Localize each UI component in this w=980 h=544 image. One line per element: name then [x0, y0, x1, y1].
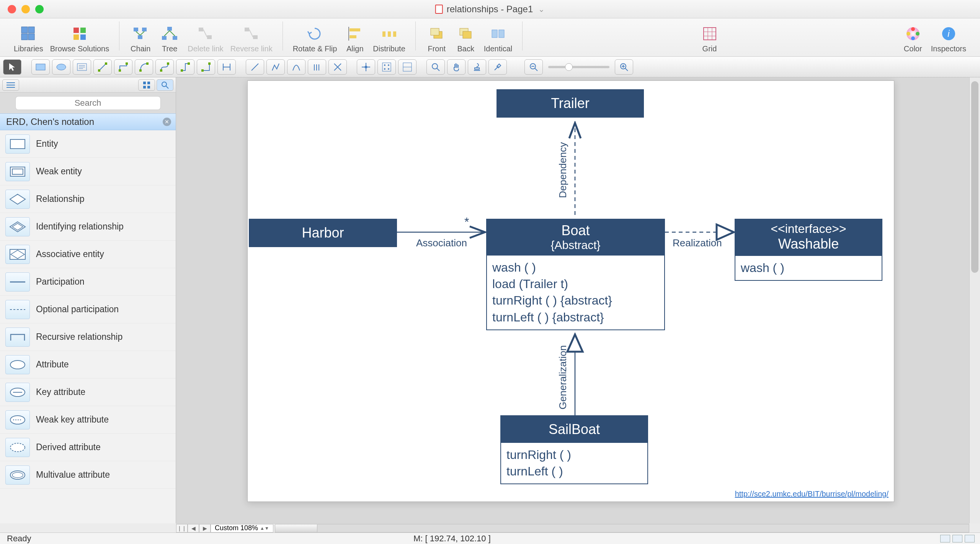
- library-item[interactable]: Optional participation: [0, 296, 176, 323]
- distribute-button[interactable]: Distribute: [373, 25, 405, 53]
- library-item[interactable]: Entity: [0, 130, 176, 158]
- svg-rect-50: [119, 69, 121, 72]
- page[interactable]: Trailer Harbor Boat {Abstract} wash ( )l…: [247, 80, 894, 502]
- tree-button[interactable]: Tree: [158, 25, 181, 53]
- rect-tool[interactable]: [31, 59, 50, 75]
- library-category-label: ERD, Chen's notation: [6, 116, 94, 127]
- connector-5-tool[interactable]: [176, 59, 194, 75]
- library-item[interactable]: Relationship: [0, 185, 176, 213]
- ellipse-tool[interactable]: [52, 59, 70, 75]
- delete-link-button[interactable]: Delete link: [188, 25, 223, 53]
- libraries-button[interactable]: Libraries: [14, 25, 43, 53]
- rotate-flip-button[interactable]: Rotate & Flip: [293, 25, 337, 53]
- zoom-slider[interactable]: [548, 66, 609, 68]
- reverse-link-button[interactable]: Reverse link: [230, 25, 273, 53]
- class-harbor[interactable]: Harbor: [249, 219, 397, 247]
- list-view-button[interactable]: [2, 79, 19, 91]
- back-button[interactable]: Back: [455, 25, 477, 53]
- library-item[interactable]: Weak entity: [0, 158, 176, 185]
- zoom-slider-thumb[interactable]: [565, 63, 573, 71]
- connector-1-tool[interactable]: [93, 59, 112, 75]
- edit-tool-2[interactable]: [377, 59, 396, 75]
- canvas-area[interactable]: Trailer Harbor Boat {Abstract} wash ( )l…: [176, 77, 969, 523]
- zoom-out-button[interactable]: [524, 59, 543, 75]
- library-panel: ERD, Chen's notation ✕ EntityWeak entity…: [0, 77, 176, 523]
- line-tool-3[interactable]: [287, 59, 305, 75]
- library-item-label: Derived attribute: [36, 442, 101, 452]
- window-title-text: relationships - Page1: [447, 4, 533, 15]
- library-item[interactable]: Attribute: [0, 351, 176, 379]
- class-sailboat[interactable]: SailBoat turnRight ( )turnLeft ( ): [500, 415, 648, 484]
- zoom-in-button[interactable]: [615, 59, 633, 75]
- text-tool[interactable]: [73, 59, 91, 75]
- inspectors-button[interactable]: i Inspectors: [931, 25, 966, 53]
- library-item-thumb: [5, 245, 30, 264]
- library-item[interactable]: Recursive relationship: [0, 323, 176, 351]
- zoom-tool[interactable]: [426, 59, 445, 75]
- browse-solutions-button[interactable]: Browse Solutions: [50, 25, 109, 53]
- close-window-button[interactable]: [8, 5, 16, 13]
- stamp-tool[interactable]: [468, 59, 486, 75]
- prev-page-button[interactable]: ◀: [188, 524, 199, 533]
- library-category-header[interactable]: ERD, Chen's notation ✕: [0, 113, 176, 130]
- library-item[interactable]: Weak key attribute: [0, 406, 176, 434]
- line-tool-4[interactable]: [308, 59, 326, 75]
- window-title[interactable]: relationships - Page1 ⌄: [435, 4, 545, 15]
- eyedropper-tool[interactable]: [488, 59, 507, 75]
- library-item[interactable]: Multivalue attribute: [0, 461, 176, 489]
- connector-4-tool[interactable]: [155, 59, 174, 75]
- class-boat[interactable]: Boat {Abstract} wash ( )load (Trailer t)…: [486, 219, 665, 330]
- vertical-scrollbar[interactable]: [969, 77, 980, 523]
- connector-2-tool[interactable]: [114, 59, 132, 75]
- pages-button[interactable]: ❘❘: [176, 524, 188, 533]
- library-item-thumb: [5, 300, 30, 319]
- library-item-label: Key attribute: [36, 387, 85, 397]
- chain-button[interactable]: Chain: [129, 25, 152, 53]
- svg-point-39: [906, 32, 910, 36]
- grid-view-button[interactable]: [138, 79, 155, 91]
- zoom-window-button[interactable]: [35, 5, 44, 13]
- library-item[interactable]: Key attribute: [0, 379, 176, 406]
- library-item[interactable]: Associative entity: [0, 241, 176, 268]
- grid-button[interactable]: Grid: [699, 25, 721, 53]
- vertical-scroll-thumb[interactable]: [971, 81, 978, 273]
- minimize-window-button[interactable]: [21, 5, 30, 13]
- line-tool-2[interactable]: [266, 59, 285, 75]
- library-search-input[interactable]: [15, 96, 161, 110]
- pointer-tool[interactable]: [3, 59, 21, 75]
- svg-point-37: [916, 32, 920, 36]
- library-item[interactable]: Participation: [0, 268, 176, 296]
- library-item-label: Weak key attribute: [36, 415, 109, 425]
- zoom-level-display[interactable]: Custom 108% ▲▼: [211, 524, 273, 533]
- edit-tool-3[interactable]: [398, 59, 416, 75]
- close-category-button[interactable]: ✕: [163, 118, 171, 126]
- status-icon-3[interactable]: [965, 535, 975, 542]
- identical-button[interactable]: Identical: [484, 25, 513, 53]
- line-tool-1[interactable]: [246, 59, 264, 75]
- next-page-button[interactable]: ▶: [199, 524, 211, 533]
- front-button[interactable]: Front: [426, 25, 448, 53]
- library-item[interactable]: Derived attribute: [0, 434, 176, 461]
- svg-rect-53: [146, 62, 149, 65]
- status-icon-2[interactable]: [952, 535, 962, 542]
- search-toggle-button[interactable]: [157, 79, 173, 91]
- edit-tool-1[interactable]: [357, 59, 375, 75]
- horizontal-scroll-thumb[interactable]: [275, 524, 317, 532]
- color-button[interactable]: Color: [902, 25, 924, 53]
- toolbar-separator: [522, 21, 523, 51]
- align-button[interactable]: Align: [344, 25, 366, 53]
- class-trailer[interactable]: Trailer: [497, 89, 644, 118]
- horhtml-scroll-track[interactable]: [275, 524, 969, 533]
- connector-3-tool[interactable]: [135, 59, 153, 75]
- status-icon-1[interactable]: [940, 535, 950, 542]
- svg-rect-7: [80, 34, 86, 40]
- line-tool-5[interactable]: [328, 59, 347, 75]
- library-item[interactable]: Identifying relationship: [0, 213, 176, 241]
- interface-washable[interactable]: <<interface>> Washable wash ( ): [735, 219, 882, 281]
- source-link[interactable]: http://sce2.umkc.edu/BIT/burrise/pl/mode…: [735, 490, 889, 498]
- pan-tool[interactable]: [447, 59, 466, 75]
- library-item-thumb: [5, 217, 30, 236]
- connector-7-tool[interactable]: [217, 59, 236, 75]
- status-right-icons: [940, 535, 975, 542]
- connector-6-tool[interactable]: [197, 59, 215, 75]
